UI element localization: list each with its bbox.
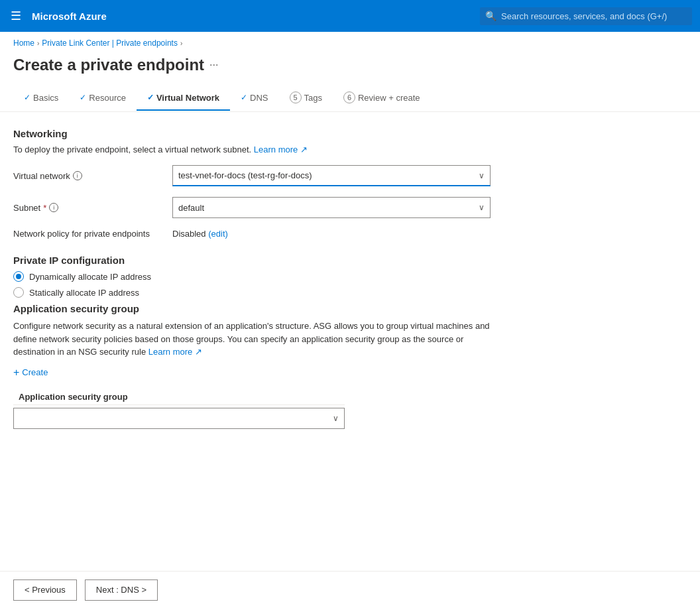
page-options-icon[interactable]: ··· bbox=[209, 59, 218, 71]
private-ip-section-title: Private IP configuration bbox=[13, 255, 583, 266]
virtual-network-dropdown[interactable]: test-vnet-for-docs (test-rg-for-docs) ∨ bbox=[172, 165, 491, 186]
subnet-value: default bbox=[178, 203, 204, 213]
tab-tags-num: 5 bbox=[290, 91, 302, 103]
network-policy-row: Network policy for private endpoints Dis… bbox=[13, 229, 583, 239]
tab-review-num: 6 bbox=[343, 91, 355, 103]
breadcrumb-sep2: › bbox=[180, 40, 182, 47]
tab-virtual-network-label: Virtual Network bbox=[156, 93, 219, 103]
subnet-arrow-icon: ∨ bbox=[479, 203, 485, 212]
search-icon: 🔍 bbox=[485, 11, 496, 21]
asg-create-button[interactable]: + Create bbox=[13, 367, 48, 379]
radio-dynamic-circle bbox=[13, 271, 24, 282]
tab-dns-check: ✓ bbox=[241, 93, 247, 102]
subnet-dropdown[interactable]: default ∨ bbox=[172, 197, 491, 218]
asg-section: Application security group Configure net… bbox=[13, 303, 583, 429]
radio-static-label: Statically allocate IP address bbox=[29, 288, 139, 298]
tab-resource-label: Resource bbox=[89, 93, 126, 103]
asg-table-header: Application security group bbox=[13, 389, 345, 405]
tab-tags[interactable]: 5 Tags bbox=[279, 85, 333, 111]
networking-section-title: Networking bbox=[13, 128, 583, 139]
radio-group: Dynamically allocate IP address Statical… bbox=[13, 271, 583, 298]
breadcrumb: Home › Private Link Center | Private end… bbox=[0, 32, 700, 50]
tab-basics-label: Basics bbox=[33, 93, 58, 103]
subnet-required: * bbox=[43, 203, 46, 213]
asg-desc: Configure network security as a natural … bbox=[13, 320, 491, 359]
network-policy-edit-link[interactable]: (edit) bbox=[208, 229, 228, 239]
radio-dynamic-dot bbox=[16, 274, 21, 279]
tabs-bar: ✓ Basics ✓ Resource ✓ Virtual Network ✓ … bbox=[0, 85, 700, 112]
tab-basics-check: ✓ bbox=[24, 93, 30, 102]
page-title: Create a private endpoint bbox=[13, 56, 204, 74]
tab-review-create[interactable]: 6 Review + create bbox=[333, 85, 431, 111]
tab-dns[interactable]: ✓ DNS bbox=[230, 86, 278, 111]
topbar: ☰ Microsoft Azure 🔍 bbox=[0, 0, 700, 32]
tab-tags-label: Tags bbox=[304, 93, 322, 103]
subnet-info-icon[interactable]: i bbox=[49, 203, 58, 212]
virtual-network-value: test-vnet-for-docs (test-rg-for-docs) bbox=[178, 170, 312, 180]
network-policy-value: Disabled (edit) bbox=[172, 229, 228, 239]
subnet-row: Subnet * i default ∨ bbox=[13, 197, 583, 218]
tab-dns-label: DNS bbox=[250, 93, 268, 103]
tab-vnet-check: ✓ bbox=[147, 93, 154, 102]
tab-virtual-network[interactable]: ✓ Virtual Network bbox=[137, 86, 230, 111]
tab-resource[interactable]: ✓ Resource bbox=[69, 86, 137, 111]
app-title: Microsoft Azure bbox=[32, 11, 472, 22]
asg-dropdown[interactable]: ∨ bbox=[13, 408, 345, 429]
virtual-network-info-icon[interactable]: i bbox=[73, 171, 82, 180]
tab-resource-check: ✓ bbox=[80, 93, 86, 102]
page-title-area: Create a private endpoint ··· bbox=[0, 50, 700, 85]
asg-section-title: Application security group bbox=[13, 303, 583, 314]
asg-create-label: Create bbox=[22, 367, 48, 377]
tab-review-create-label: Review + create bbox=[358, 93, 420, 103]
search-wrapper: 🔍 bbox=[480, 7, 692, 25]
learn-more-link[interactable]: Learn more ↗ bbox=[254, 145, 308, 154]
virtual-network-label: Virtual network i bbox=[13, 171, 172, 181]
subnet-label: Subnet * i bbox=[13, 203, 172, 213]
radio-dynamic-label: Dynamically allocate IP address bbox=[29, 272, 151, 282]
virtual-network-row: Virtual network i test-vnet-for-docs (te… bbox=[13, 165, 583, 186]
networking-desc: To deploy the private endpoint, select a… bbox=[13, 145, 583, 154]
radio-static-circle bbox=[13, 287, 24, 298]
search-input[interactable] bbox=[480, 7, 692, 25]
hamburger-icon[interactable]: ☰ bbox=[8, 6, 24, 26]
tab-basics[interactable]: ✓ Basics bbox=[13, 86, 69, 111]
breadcrumb-private-link[interactable]: Private Link Center | Private endpoints bbox=[42, 38, 178, 48]
network-policy-label: Network policy for private endpoints bbox=[13, 229, 172, 239]
main-content: Networking To deploy the private endpoin… bbox=[0, 112, 597, 450]
asg-learn-more-link[interactable]: Learn more ↗ bbox=[148, 347, 202, 357]
radio-dynamic[interactable]: Dynamically allocate IP address bbox=[13, 271, 583, 282]
breadcrumb-home[interactable]: Home bbox=[13, 38, 34, 48]
virtual-network-arrow-icon: ∨ bbox=[479, 171, 485, 180]
plus-icon: + bbox=[13, 367, 19, 379]
breadcrumb-sep1: › bbox=[37, 40, 39, 47]
radio-static[interactable]: Statically allocate IP address bbox=[13, 287, 583, 298]
asg-dropdown-arrow-icon: ∨ bbox=[333, 414, 339, 423]
